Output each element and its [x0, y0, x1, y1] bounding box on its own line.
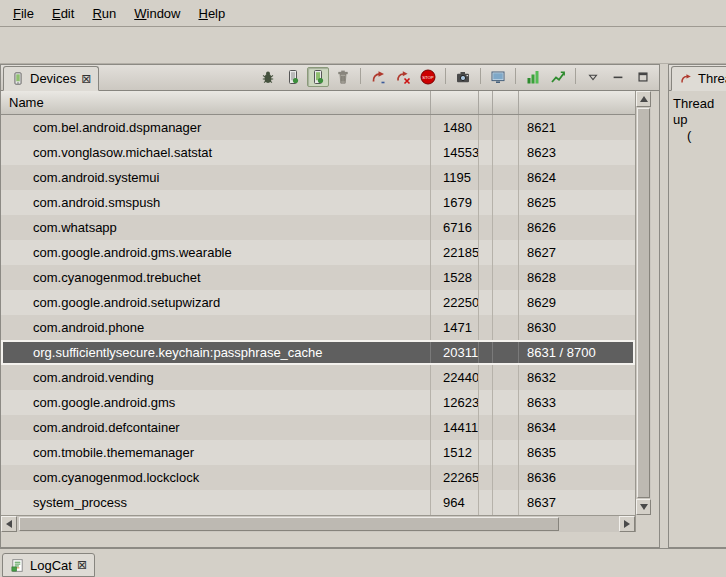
- threads-message-line1: Thread up: [673, 96, 722, 128]
- stop-label: STOP: [422, 75, 434, 80]
- close-icon[interactable]: ⊠: [81, 73, 91, 85]
- table-row[interactable]: com.cyanogenmod.lockclock222658636: [1, 465, 635, 490]
- horizontal-scroll-thumb[interactable]: [19, 517, 559, 531]
- table-row[interactable]: com.vonglasow.michael.satstat145538623: [1, 140, 635, 165]
- menu-window[interactable]: Window: [125, 2, 189, 25]
- process-pid: 1528: [431, 265, 479, 290]
- empty-cell: [493, 115, 519, 140]
- table-row[interactable]: com.google.android.setupwizard222508629: [1, 290, 635, 315]
- process-port: 8627: [519, 240, 635, 265]
- menu-run[interactable]: Run: [83, 2, 125, 25]
- scroll-track[interactable]: [561, 516, 619, 532]
- network-stats-button[interactable]: [547, 67, 569, 87]
- process-port: 8626: [519, 215, 635, 240]
- table-row[interactable]: com.bel.android.dspmanager14808621: [1, 115, 635, 140]
- tab-logcat[interactable]: LogCat ⊠: [2, 553, 95, 577]
- menu-help-mnemonic: H: [198, 6, 207, 21]
- menu-file[interactable]: File: [4, 2, 43, 25]
- debug-button[interactable]: [257, 67, 279, 87]
- vertical-scroll-thumb[interactable]: [637, 108, 650, 498]
- stop-process-button[interactable]: STOP: [417, 67, 439, 87]
- tab-devices[interactable]: Devices ⊠: [3, 66, 99, 91]
- process-pid: 1195: [431, 165, 479, 190]
- table-row[interactable]: com.tmobile.thememanager15128635: [1, 440, 635, 465]
- minimize-icon: [611, 70, 625, 84]
- empty-cell: [479, 215, 493, 240]
- screen-capture-button[interactable]: [452, 67, 474, 87]
- update-threads-icon: [370, 69, 386, 85]
- empty-cell: [479, 490, 493, 515]
- scroll-down-button[interactable]: [636, 499, 651, 515]
- column-header-port[interactable]: [519, 91, 635, 114]
- devices-toolbar: STOP: [99, 67, 659, 90]
- table-row[interactable]: com.android.smspush16798625: [1, 190, 635, 215]
- table-header: Name: [1, 91, 635, 115]
- empty-cell: [493, 165, 519, 190]
- empty-cell: [493, 390, 519, 415]
- empty-cell: [479, 440, 493, 465]
- tab-logcat-label: LogCat: [30, 558, 72, 573]
- table-row[interactable]: org.sufficientlysecure.keychain:passphra…: [1, 340, 635, 365]
- gc-trash-icon: [335, 69, 351, 85]
- table-row[interactable]: com.google.android.gms126238633: [1, 390, 635, 415]
- empty-cell: [479, 340, 493, 365]
- column-header-empty[interactable]: [479, 91, 493, 114]
- empty-cell: [493, 415, 519, 440]
- tab-devices-label: Devices: [30, 71, 76, 86]
- dump-hprof-button[interactable]: [307, 67, 329, 87]
- table-row[interactable]: com.android.vending224408632: [1, 365, 635, 390]
- main-area: Devices ⊠: [0, 64, 726, 548]
- scrollbar-corner: [635, 515, 651, 532]
- bottom-tabbar: LogCat ⊠: [0, 548, 726, 577]
- sysinfo-button[interactable]: [522, 67, 544, 87]
- scroll-up-button[interactable]: [636, 91, 651, 107]
- menu-edit-label: dit: [61, 6, 75, 21]
- process-port: 8633: [519, 390, 635, 415]
- column-header-empty[interactable]: [493, 91, 519, 114]
- empty-cell: [479, 265, 493, 290]
- table-row[interactable]: system_process9648637: [1, 490, 635, 515]
- empty-cell: [479, 165, 493, 190]
- close-icon[interactable]: ⊠: [77, 559, 87, 571]
- process-name: org.sufficientlysecure.keychain:passphra…: [1, 340, 431, 365]
- screen-display-button[interactable]: [487, 67, 509, 87]
- scroll-right-button[interactable]: [619, 516, 635, 532]
- method-profiling-icon: [395, 69, 411, 85]
- panel-sash[interactable]: [660, 64, 668, 548]
- column-header-name[interactable]: Name: [1, 91, 431, 114]
- empty-cell: [493, 465, 519, 490]
- method-profiling-button[interactable]: [392, 67, 414, 87]
- cause-gc-button[interactable]: [332, 67, 354, 87]
- table-row[interactable]: com.whatsapp67168626: [1, 215, 635, 240]
- debug-icon: [260, 69, 276, 85]
- horizontal-scrollbar[interactable]: [1, 515, 635, 532]
- empty-cell: [479, 140, 493, 165]
- toolbar-separator: [480, 68, 481, 84]
- tab-threads[interactable]: Threa: [671, 66, 726, 91]
- table-row[interactable]: com.android.phone14718630: [1, 315, 635, 340]
- maximize-button[interactable]: [632, 67, 654, 87]
- menu-edit[interactable]: Edit: [43, 2, 83, 25]
- device-icon: [11, 71, 25, 86]
- process-port: 8632: [519, 365, 635, 390]
- update-threads-button[interactable]: [367, 67, 389, 87]
- menu-help[interactable]: Help: [189, 2, 234, 25]
- process-pid: 6716: [431, 215, 479, 240]
- view-menu-button[interactable]: [582, 67, 604, 87]
- threads-icon: [679, 72, 693, 86]
- process-port: 8628: [519, 265, 635, 290]
- table-row[interactable]: com.google.android.gms.wearable221858627: [1, 240, 635, 265]
- device-table-body: com.bel.android.dspmanager14808621com.vo…: [1, 115, 635, 515]
- network-stats-icon: [550, 69, 566, 85]
- column-header-pid[interactable]: [431, 91, 479, 114]
- process-pid: 14411: [431, 415, 479, 440]
- table-row[interactable]: com.cyanogenmod.trebuchet15288628: [1, 265, 635, 290]
- scroll-left-button[interactable]: [1, 516, 17, 532]
- update-heap-button[interactable]: [282, 67, 304, 87]
- toolbar-separator: [445, 68, 446, 84]
- table-row[interactable]: com.android.defcontainer144118634: [1, 415, 635, 440]
- minimize-button[interactable]: [607, 67, 629, 87]
- process-pid: 22265: [431, 465, 479, 490]
- table-row[interactable]: com.android.systemui11958624: [1, 165, 635, 190]
- vertical-scrollbar[interactable]: [635, 91, 651, 515]
